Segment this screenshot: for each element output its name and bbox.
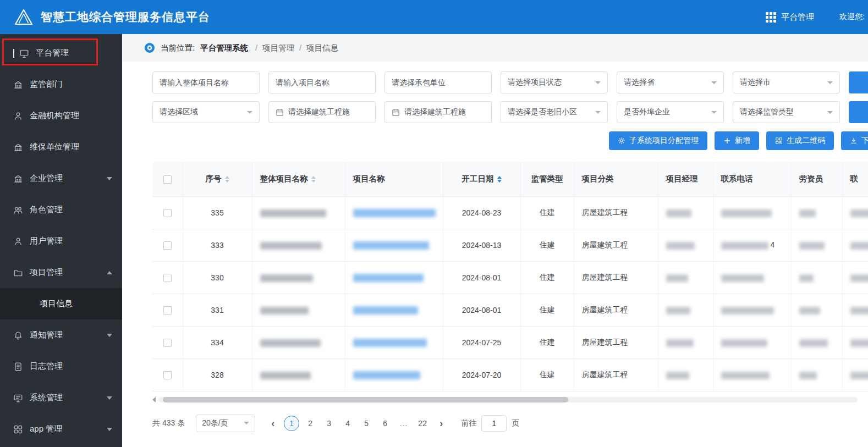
page-button-5[interactable]: 5 [359, 416, 374, 431]
sidebar-item-log-management[interactable]: 日志管理 [0, 351, 122, 382]
sort-icon[interactable] [497, 176, 502, 183]
page-button-1[interactable]: 1 [284, 416, 299, 431]
labor-officer-cell [791, 358, 842, 391]
filter-construction-date-end[interactable]: 请选择建筑工程施 [384, 101, 492, 123]
chevron-down-icon [107, 334, 112, 337]
filter-construction-date-start[interactable]: 请选择建筑工程施 [268, 101, 376, 123]
filter-project-name[interactable] [268, 71, 376, 93]
project-name-cell [345, 229, 443, 261]
project-name-cell [345, 261, 443, 294]
add-button[interactable]: 新增 [715, 131, 759, 150]
plus-icon [723, 137, 731, 145]
apps-grid-icon[interactable] [766, 12, 776, 23]
row-checkbox[interactable] [163, 274, 172, 282]
logo-area: 智慧工地综合管理服务信息平台 [14, 9, 210, 25]
header-platform-nav[interactable]: 平台管理 [781, 12, 814, 23]
row-checkbox[interactable] [163, 339, 172, 347]
row-checkbox[interactable] [163, 209, 172, 217]
row-select-cell[interactable] [152, 261, 183, 294]
clipped-button-row2[interactable] [849, 101, 868, 123]
column-header-overall-project-name[interactable]: 整体项目名称 [252, 162, 345, 196]
filter-province[interactable]: 请选择省 [617, 71, 724, 93]
contact-phone-cell: 4 [713, 229, 791, 261]
row-checkbox[interactable] [163, 241, 172, 250]
filter-placeholder: 请选择市 [740, 78, 824, 87]
select-all-checkbox[interactable] [163, 175, 172, 184]
row-checkbox[interactable] [163, 306, 172, 314]
start-date-cell: 2024-08-23 [443, 196, 520, 229]
welcome-text: 欢迎您: [839, 12, 865, 22]
sidebar-item-platform-management[interactable]: 平台管理 [0, 37, 122, 69]
filter-overall-project-name[interactable] [152, 71, 260, 93]
sidebar-item-financial-institution-management[interactable]: 金融机构管理 [0, 100, 122, 131]
page-button-2[interactable]: 2 [303, 416, 318, 431]
redacted-text [721, 307, 774, 314]
filter-region[interactable]: 请选择区域 [152, 101, 260, 123]
header-right: 平台管理 欢迎您: [766, 12, 865, 23]
breadcrumb-root[interactable]: 平台管理系统 [200, 43, 248, 53]
sort-icon[interactable] [311, 176, 316, 183]
sidebar-item-label: 项目管理 [30, 267, 63, 278]
sidebar-item-system-management[interactable]: 系统管理 [0, 382, 122, 413]
redacted-text [666, 307, 690, 314]
sidebar-item-enterprise-management[interactable]: 企业管理 [0, 163, 122, 194]
sidebar-item-app-management[interactable]: app 管理 [0, 413, 122, 445]
page-button-3[interactable]: 3 [321, 416, 337, 431]
redacted-text [850, 274, 868, 282]
page-button-6[interactable]: 6 [377, 416, 393, 431]
page-size-select[interactable]: 20条/页 [196, 415, 255, 432]
scrollbar-thumb[interactable] [163, 397, 568, 402]
clipped-button-row1[interactable] [849, 71, 868, 93]
filter-placeholder: 请选择是否老旧小区 [508, 107, 592, 117]
row-select-cell[interactable] [152, 294, 183, 326]
filter-input-contractor[interactable] [392, 78, 485, 87]
breadcrumb-item-0[interactable]: 项目管理 [262, 43, 294, 53]
goto-page-input[interactable] [481, 415, 507, 432]
redacted-text [850, 242, 868, 250]
scroll-left-arrow-icon[interactable] [152, 397, 156, 402]
project-manager-cell [658, 358, 713, 391]
column-header-seq[interactable]: 序号 [183, 162, 252, 196]
filter-external-enterprise[interactable]: 是否外埠企业 [617, 101, 724, 123]
download-button[interactable]: 下载 [841, 131, 868, 150]
filter-project-status[interactable]: 请选择项目状态 [501, 71, 608, 93]
page-button-22[interactable]: 22 [415, 416, 430, 431]
sidebar-item-notification-management[interactable]: 通知管理 [0, 319, 122, 351]
clipped-cell [842, 196, 868, 229]
redacted-text [850, 209, 868, 217]
sidebar-item-label: 通知管理 [30, 330, 63, 340]
chevron-down-icon [107, 177, 112, 180]
sidebar-subitem-project-info[interactable]: 项目信息 [0, 288, 122, 319]
row-checkbox[interactable] [163, 371, 172, 379]
sidebar-item-project-management[interactable]: 项目管理 [0, 257, 122, 288]
prev-page-button[interactable]: ‹ [266, 418, 279, 428]
subsystem-assign-button[interactable]: 子系统项目分配管理 [609, 131, 707, 150]
project-manager-cell [658, 326, 713, 358]
qr-icon [775, 137, 783, 145]
filter-city[interactable]: 请选择市 [733, 71, 840, 93]
filter-contractor[interactable] [384, 71, 492, 93]
column-header-start-date[interactable]: 开工日期 [443, 162, 520, 196]
sort-icon[interactable] [225, 176, 229, 183]
redacted-text [799, 339, 828, 347]
filter-input-project-name[interactable] [276, 78, 369, 87]
generate-qrcode-button[interactable]: 生成二维码 [766, 131, 834, 150]
filter-input-overall-project-name[interactable] [160, 78, 252, 87]
sidebar-item-role-management[interactable]: 角色管理 [0, 194, 122, 225]
row-select-cell[interactable] [152, 326, 183, 358]
next-page-button[interactable]: › [435, 418, 448, 428]
sidebar-item-label: 角色管理 [30, 205, 63, 215]
column-header-select[interactable] [152, 162, 183, 196]
scrollbar-track[interactable] [158, 397, 858, 402]
page-button-4[interactable]: 4 [340, 416, 355, 431]
sidebar-item-maintenance-unit-management[interactable]: 维保单位管理 [0, 131, 122, 163]
app-logo-icon [14, 9, 33, 25]
row-select-cell[interactable] [152, 358, 183, 391]
sidebar-item-supervision-department[interactable]: 监管部门 [0, 69, 122, 100]
filter-supervision-type[interactable]: 请选择监管类型 [733, 101, 840, 123]
row-select-cell[interactable] [152, 229, 183, 261]
row-select-cell[interactable] [152, 196, 183, 229]
breadcrumb-item-1[interactable]: 项目信息 [306, 43, 338, 53]
sidebar-item-user-management[interactable]: 用户管理 [0, 225, 122, 257]
filter-old-community[interactable]: 请选择是否老旧小区 [501, 101, 608, 123]
